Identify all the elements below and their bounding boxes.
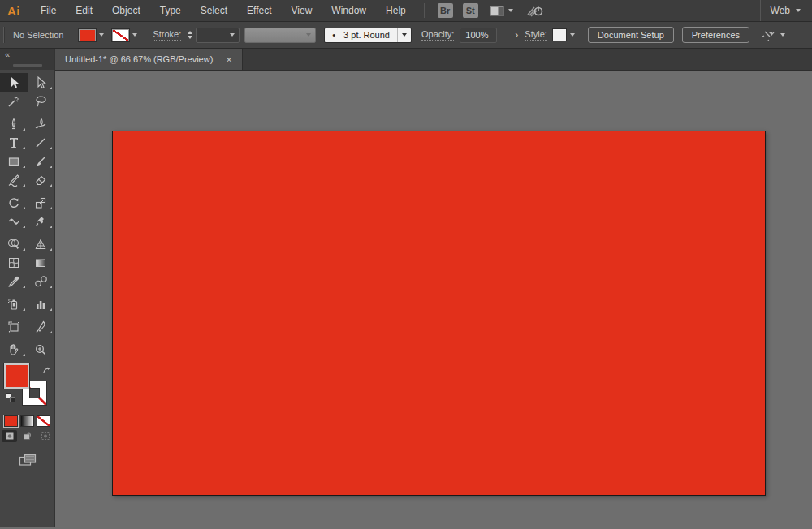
close-icon[interactable]: × bbox=[226, 54, 232, 65]
menu-select[interactable]: Select bbox=[191, 0, 237, 21]
menu-object[interactable]: Object bbox=[102, 0, 150, 21]
width-profile-select[interactable] bbox=[244, 28, 316, 43]
chevron-down-icon bbox=[796, 9, 801, 12]
stroke-weight-select[interactable] bbox=[196, 28, 240, 43]
shape-builder-tool[interactable] bbox=[0, 234, 28, 253]
graphic-style-swatch[interactable] bbox=[552, 28, 567, 41]
stroke-color-swatch[interactable] bbox=[112, 29, 129, 41]
screen-mode-icon bbox=[19, 454, 37, 467]
puppet-warp-tool[interactable] bbox=[28, 212, 55, 230]
fill-stroke-indicator bbox=[0, 362, 54, 412]
direct-selection-tool[interactable] bbox=[28, 73, 55, 92]
opacity-input[interactable]: 100% bbox=[460, 28, 497, 43]
brush-definition-select[interactable]: • 3 pt. Round bbox=[324, 28, 412, 43]
stepper-up-icon[interactable] bbox=[188, 31, 192, 34]
document-tab[interactable]: Untitled-1* @ 66.67% (RGB/Preview) × bbox=[55, 49, 243, 70]
workspace-switcher[interactable]: Web bbox=[760, 0, 812, 21]
chevron-down-icon bbox=[508, 9, 513, 12]
select-similar-control[interactable] bbox=[762, 29, 785, 41]
document-tab-strip: Untitled-1* @ 66.67% (RGB/Preview) × bbox=[55, 49, 812, 71]
swap-fill-stroke-button[interactable] bbox=[42, 363, 51, 378]
brush-definition-value: • 3 pt. Round bbox=[325, 28, 397, 42]
fill-color-control[interactable] bbox=[79, 29, 104, 41]
draw-inside-icon bbox=[41, 432, 50, 441]
symbol-sprayer-tool[interactable] bbox=[0, 295, 28, 313]
arrange-documents-icon bbox=[490, 6, 504, 16]
eraser-tool[interactable] bbox=[28, 170, 55, 189]
zoom-tool[interactable] bbox=[28, 340, 55, 359]
curvature-tool[interactable] bbox=[28, 114, 55, 133]
menu-file[interactable]: File bbox=[31, 0, 66, 21]
artboard-tool[interactable] bbox=[0, 317, 28, 336]
none-button[interactable] bbox=[37, 415, 50, 427]
brush-definition-chevron[interactable] bbox=[397, 28, 411, 42]
stock-button[interactable]: St bbox=[463, 3, 478, 18]
stroke-panel-link[interactable]: Stroke: bbox=[153, 29, 181, 41]
control-bar: No Selection Stroke: • 3 pt. Round bbox=[0, 22, 812, 49]
default-fill-stroke-button[interactable] bbox=[6, 393, 15, 402]
lasso-tool[interactable] bbox=[28, 92, 55, 110]
canvas bbox=[55, 71, 812, 527]
stroke-weight-stepper[interactable] bbox=[188, 31, 192, 39]
opacity-panel-link[interactable]: Opacity: bbox=[421, 29, 454, 41]
color-mode-row bbox=[0, 415, 54, 427]
chevron-down-icon bbox=[132, 33, 137, 37]
draw-behind-button[interactable] bbox=[19, 430, 35, 442]
arrange-documents-button[interactable] bbox=[490, 6, 513, 16]
color-button[interactable] bbox=[4, 415, 18, 427]
rotate-tool[interactable] bbox=[0, 193, 28, 212]
fill-proxy[interactable] bbox=[4, 363, 29, 389]
swap-arrow-icon bbox=[42, 367, 51, 375]
preferences-button[interactable]: Preferences bbox=[682, 27, 749, 43]
touch-workspace-button[interactable] bbox=[526, 4, 544, 17]
menu-edit[interactable]: Edit bbox=[66, 0, 102, 21]
work-area: Untitled-1* @ 66.67% (RGB/Preview) × bbox=[55, 49, 812, 527]
shaper-tool[interactable] bbox=[0, 170, 28, 189]
chevron-down-icon bbox=[402, 33, 407, 37]
rectangle-tool[interactable] bbox=[0, 152, 28, 170]
artboard[interactable] bbox=[112, 131, 766, 496]
bridge-button[interactable]: Br bbox=[438, 3, 453, 18]
paintbrush-tool[interactable] bbox=[28, 152, 55, 170]
menu-help[interactable]: Help bbox=[376, 0, 416, 21]
stroke-color-control[interactable] bbox=[112, 29, 137, 41]
stepper-down-icon[interactable] bbox=[188, 36, 192, 39]
draw-behind-icon bbox=[23, 432, 32, 441]
menu-type[interactable]: Type bbox=[150, 0, 191, 21]
chevron-down-icon bbox=[780, 33, 785, 37]
fill-color-swatch[interactable] bbox=[79, 29, 96, 41]
screen-mode-button[interactable] bbox=[0, 454, 54, 467]
opacity-submenu-arrow[interactable]: › bbox=[497, 29, 525, 41]
panel-drag-grip[interactable] bbox=[13, 64, 42, 67]
scale-tool[interactable] bbox=[28, 193, 55, 212]
blend-tool[interactable] bbox=[28, 272, 55, 290]
eyedropper-tool[interactable] bbox=[0, 272, 28, 290]
menu-window[interactable]: Window bbox=[322, 0, 376, 21]
magic-wand-tool[interactable] bbox=[0, 92, 28, 110]
slice-tool[interactable] bbox=[28, 317, 55, 336]
width-tool[interactable] bbox=[0, 212, 28, 230]
hand-tool[interactable] bbox=[0, 340, 28, 359]
gradient-button[interactable] bbox=[20, 415, 34, 427]
line-segment-tool[interactable] bbox=[28, 133, 55, 152]
draw-normal-icon bbox=[5, 432, 15, 441]
perspective-grid-tool[interactable] bbox=[28, 234, 55, 253]
draw-inside-button[interactable] bbox=[37, 430, 53, 442]
brush-name: 3 pt. Round bbox=[343, 30, 390, 40]
menu-view[interactable]: View bbox=[282, 0, 322, 21]
mesh-tool[interactable] bbox=[0, 253, 28, 272]
style-panel-link[interactable]: Style: bbox=[525, 29, 547, 41]
draw-normal-button[interactable] bbox=[2, 430, 17, 442]
panel-grip[interactable] bbox=[3, 27, 5, 43]
chevron-down-icon bbox=[570, 33, 575, 37]
selection-tool[interactable] bbox=[0, 73, 28, 92]
menu-effect[interactable]: Effect bbox=[237, 0, 281, 21]
type-tool[interactable] bbox=[0, 133, 28, 152]
pen-tool[interactable] bbox=[0, 114, 28, 133]
column-graph-tool[interactable] bbox=[28, 295, 55, 313]
tool-grid bbox=[0, 70, 54, 359]
collapse-panel-button[interactable]: « bbox=[5, 49, 11, 59]
gradient-tool[interactable] bbox=[28, 253, 55, 272]
document-setup-button[interactable]: Document Setup bbox=[588, 27, 674, 43]
opacity-value: 100% bbox=[465, 30, 488, 40]
